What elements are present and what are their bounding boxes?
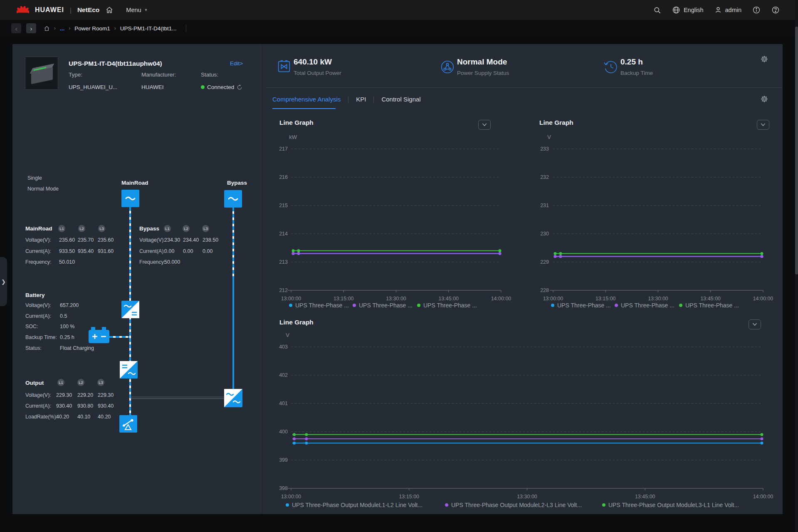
cell-value: 235.70 xyxy=(78,237,94,243)
legend-item[interactable]: UPS Three-Phase ... xyxy=(615,302,674,309)
battery-flow-line xyxy=(109,336,129,338)
bypass-line xyxy=(232,278,234,390)
rectifier-icon xyxy=(121,301,139,318)
language-selector[interactable]: English xyxy=(672,6,704,14)
svg-text:216: 216 xyxy=(279,174,288,180)
svg-text:13:15:00: 13:15:00 xyxy=(399,494,419,500)
phase-badge: L2 xyxy=(183,225,190,232)
battery-icon xyxy=(89,327,110,344)
chart-collapse-button[interactable] xyxy=(757,120,769,130)
back-button[interactable]: ‹ xyxy=(11,23,21,33)
tab-control-signal[interactable]: Control Signal xyxy=(381,96,420,103)
username-label: admin xyxy=(725,7,742,13)
mainroad-ac-source-icon xyxy=(121,190,139,207)
home-icon[interactable] xyxy=(105,6,114,14)
svg-text:215: 215 xyxy=(279,203,288,208)
breadcrumb-separator: › xyxy=(69,25,70,31)
breadcrumb-separator: › xyxy=(114,25,116,31)
bypass-node-label: Bypass xyxy=(227,180,247,186)
legend-label: UPS Three-Phase ... xyxy=(685,302,739,309)
svg-text:228: 228 xyxy=(540,287,549,293)
legend-item[interactable]: UPS Three-Phase ... xyxy=(289,302,349,309)
mainroad-table-title: MainRoad xyxy=(25,225,52,232)
search-icon[interactable] xyxy=(653,6,661,14)
breadcrumb-ellipsis[interactable]: ... xyxy=(60,25,64,32)
backup-time-icon xyxy=(603,59,619,75)
cell-value: 40.10 xyxy=(77,414,90,420)
breadcrumb-home-icon[interactable] xyxy=(44,25,50,32)
cell-value: 238.50 xyxy=(203,237,218,243)
cell-value: 930.40 xyxy=(98,403,114,409)
legend-item[interactable]: UPS Three-Phase ... xyxy=(417,302,477,309)
svg-text:232: 232 xyxy=(540,174,549,180)
output-table-title: Output xyxy=(25,380,44,386)
breadcrumb-room-link[interactable]: Power Room1 xyxy=(74,25,110,32)
breadcrumb-device-link[interactable]: UPS-PM1-IT-D4(tbt1... xyxy=(120,25,177,32)
kpi-divider xyxy=(266,87,783,88)
legend-item[interactable]: UPS Three-Phase ... xyxy=(551,302,611,309)
device-thumbnail xyxy=(25,57,58,90)
manufacturer-value: HUAWEI xyxy=(141,84,164,90)
status-value: Connected xyxy=(207,84,234,90)
cell-value: 50.000 xyxy=(164,259,180,265)
chart-settings-gear-icon[interactable] xyxy=(760,95,768,103)
svg-text:229: 229 xyxy=(540,259,549,265)
svg-text:13:30:00: 13:30:00 xyxy=(517,494,537,500)
svg-text:403: 403 xyxy=(279,344,288,350)
legend-item[interactable]: UPS Three-Phase ... xyxy=(353,302,413,309)
user-menu[interactable]: admin xyxy=(714,6,742,14)
legend-item[interactable]: UPS Three-Phase Output ModuleL2-L3 Line … xyxy=(445,502,582,508)
chart-collapse-button[interactable] xyxy=(749,319,761,329)
svg-text:13:00:00: 13:00:00 xyxy=(543,296,563,302)
svg-text:400: 400 xyxy=(279,429,288,435)
sidebar-expander[interactable]: ❯ xyxy=(0,257,7,306)
legend-item[interactable]: UPS Three-Phase Output ModuleL3-L1 Line … xyxy=(602,502,739,508)
svg-text:13:30:00: 13:30:00 xyxy=(386,296,406,302)
chevron-down-icon: ▼ xyxy=(144,8,148,12)
chart-title: Line Graph xyxy=(279,319,314,326)
phase-badge: L3 xyxy=(97,379,104,386)
brand-separator: | xyxy=(70,7,72,14)
huawei-logo-icon xyxy=(17,3,29,17)
info-icon[interactable] xyxy=(752,6,761,14)
svg-text:217: 217 xyxy=(279,146,288,152)
legend-dot-icon xyxy=(679,304,682,307)
svg-text:13:15:00: 13:15:00 xyxy=(595,296,616,302)
menu-button[interactable]: Menu ▼ xyxy=(126,7,148,13)
kpi-settings-gear-icon[interactable] xyxy=(760,55,768,63)
chart-title: Line Graph xyxy=(279,119,314,126)
legend-dot-icon xyxy=(286,503,289,507)
edit-link[interactable]: Edit> xyxy=(230,60,243,67)
cell-value: 234.40 xyxy=(183,237,199,243)
kpi-caption: Backup Time xyxy=(620,70,653,76)
legend-label: UPS Three-Phase Output ModuleL2-L3 Line … xyxy=(451,502,582,508)
cell-value: 0.00 xyxy=(203,248,212,254)
svg-text:212: 212 xyxy=(279,287,288,293)
power-supply-icon xyxy=(440,59,455,75)
language-label: English xyxy=(684,7,704,13)
cell-value: 40.20 xyxy=(56,414,69,420)
svg-text:399: 399 xyxy=(279,457,288,463)
forward-button[interactable]: › xyxy=(26,23,36,33)
svg-text:213: 213 xyxy=(279,259,288,265)
row-label: Status: xyxy=(25,345,42,351)
legend-label: UPS Three-Phase Output ModuleL3-L1 Line … xyxy=(608,502,739,508)
row-label: Voltage(V): xyxy=(25,392,51,398)
phase-badge: L3 xyxy=(202,225,209,232)
user-icon xyxy=(714,6,722,14)
svg-text:13:15:00: 13:15:00 xyxy=(334,296,354,302)
scrollbar-thumb[interactable] xyxy=(795,27,798,275)
power-meter-icon xyxy=(276,59,292,75)
chart-collapse-button[interactable] xyxy=(478,120,491,130)
tab-kpi[interactable]: KPI xyxy=(356,96,366,103)
legend-item[interactable]: UPS Three-Phase ... xyxy=(679,302,739,309)
help-icon[interactable] xyxy=(771,6,780,14)
row-label: Current(A): xyxy=(139,248,165,254)
refresh-icon[interactable] xyxy=(237,84,242,90)
menu-label: Menu xyxy=(126,7,141,13)
cell-value: 235.60 xyxy=(98,237,114,243)
line-chart: V23323223123022922813:00:0013:15:0013:30… xyxy=(522,116,783,318)
legend-item[interactable]: UPS Three-Phase Output ModuleL1-L2 Line … xyxy=(286,502,422,508)
line-graph-panel: V40340240140039939813:00:0013:15:0013:30… xyxy=(262,314,783,514)
tab-comprehensive-analysis[interactable]: Comprehensive Analysis xyxy=(272,96,341,103)
